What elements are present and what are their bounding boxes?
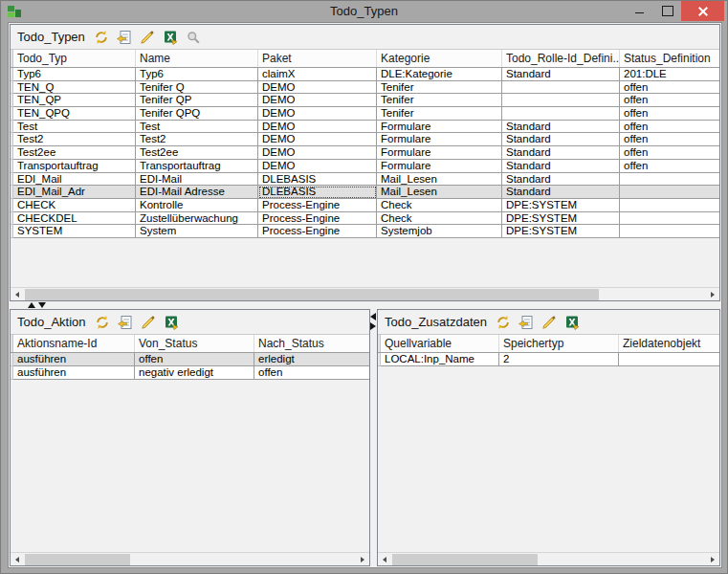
edit-pen-icon[interactable] (140, 314, 158, 330)
grid-cell[interactable]: TEN_QPQ (13, 107, 136, 121)
grid-cell[interactable]: EDI_Mail_Adr (13, 186, 136, 199)
grid-cell[interactable]: LOCAL:Inp_Name (381, 353, 499, 366)
grid-cell[interactable]: erledigt (254, 353, 369, 366)
grid-cell[interactable] (502, 94, 620, 107)
table-row[interactable]: Typ6Typ6claimXDLE:KategorieStandard201:D… (11, 68, 719, 81)
grid-cell[interactable]: DPE:SYSTEM (502, 199, 620, 212)
grid-cell[interactable]: DLEBASIS (258, 173, 377, 187)
grid-cell[interactable]: DPE:SYSTEM (502, 212, 620, 226)
table-row[interactable]: Test2Test2DEMOFormulareStandardoffen (11, 133, 719, 146)
table-row[interactable]: EDI_Mail_AdrEDI-Mail AdresseDLEBASISMail… (11, 186, 719, 199)
grid-cell[interactable]: offen (620, 107, 719, 121)
grid-cell[interactable]: Formulare (377, 160, 502, 173)
scrollbar-thumb[interactable] (25, 554, 130, 565)
grid-cell[interactable]: Test (136, 121, 258, 134)
grid-cell[interactable]: offen (620, 121, 719, 134)
splitter-collapse-down-icon[interactable] (38, 302, 46, 308)
grid-cell[interactable]: DPE:SYSTEM (502, 225, 620, 238)
grid-cell[interactable]: Formulare (377, 121, 502, 134)
grid-cell[interactable]: Test2ee (136, 146, 258, 160)
grid-cell[interactable]: EDI-Mail (136, 173, 258, 187)
grid-cell[interactable]: DLEBASIS (258, 186, 377, 199)
edit-pen-icon[interactable] (139, 29, 157, 45)
grid-cell[interactable]: Zustellüberwachung (136, 212, 258, 226)
splitter-collapse-left-icon[interactable] (370, 313, 376, 320)
grid-cell[interactable]: Test2 (13, 133, 136, 146)
maximize-button[interactable] (653, 1, 681, 21)
grid-cell[interactable]: TEN_QP (13, 94, 136, 107)
grid-cell[interactable]: Standard (502, 121, 620, 134)
grid-cell[interactable]: Typ6 (13, 68, 136, 81)
grid-cell[interactable]: EDI-Mail Adresse (136, 186, 258, 199)
column-header[interactable]: Todo_Typ (13, 50, 136, 67)
form-import-icon[interactable] (116, 29, 134, 45)
grid-cell[interactable]: DEMO (258, 121, 377, 134)
grid-cell[interactable] (502, 107, 620, 121)
grid-cell[interactable]: Tenifer QPQ (136, 107, 258, 121)
grid-cell[interactable]: DEMO (258, 146, 377, 160)
column-header[interactable]: Zieldatenobjekt (619, 335, 719, 352)
grid-cell[interactable]: offen (620, 160, 719, 173)
table-row[interactable]: TEN_QTenifer QDEMOTeniferoffen (11, 81, 719, 95)
grid-cell[interactable] (619, 353, 719, 366)
grid-cell[interactable]: EDI_Mail (13, 173, 136, 187)
grid-cell[interactable] (620, 173, 719, 187)
column-header[interactable]: Aktionsname-Id (13, 335, 135, 352)
grid-cell[interactable]: DEMO (258, 133, 377, 146)
scroll-left-arrow-icon[interactable] (11, 553, 24, 565)
column-header[interactable]: Paket (258, 50, 377, 67)
grid-cell[interactable]: offen (620, 133, 719, 146)
vertical-splitter[interactable] (370, 309, 377, 566)
grid-cell[interactable]: Mail_Lesen (377, 173, 502, 187)
grid-cell[interactable]: DEMO (258, 94, 377, 107)
scrollbar-thumb[interactable] (25, 289, 599, 300)
grid-cell[interactable]: offen (620, 94, 719, 107)
scroll-right-arrow-icon[interactable] (706, 553, 719, 565)
grid-cell[interactable]: CHECK (13, 199, 136, 212)
grid-cell[interactable]: offen (254, 366, 369, 380)
grid-cell[interactable]: CHECKDEL (13, 212, 136, 226)
table-row[interactable]: Test2eeTest2eeDEMOFormulareStandardoffen (11, 146, 719, 160)
grid-cell[interactable]: DEMO (258, 160, 377, 173)
grid-cell[interactable]: Systemjob (377, 225, 502, 238)
column-header[interactable]: Von_Status (135, 335, 254, 352)
grid-cell[interactable]: offen (620, 81, 719, 95)
grid-cell[interactable]: Process-Engine (258, 199, 377, 212)
grid-cell[interactable] (620, 225, 719, 238)
splitter-collapse-up-icon[interactable] (28, 302, 35, 308)
excel-export-icon[interactable] (162, 29, 180, 45)
grid-cell[interactable]: Standard (502, 146, 620, 160)
grid-cell[interactable]: claimX (258, 68, 377, 81)
refresh-icon[interactable] (495, 314, 513, 330)
table-row[interactable]: CHECKDELZustellüberwachungProcess-Engine… (11, 212, 719, 226)
grid-cell[interactable]: TEN_Q (13, 81, 136, 95)
table-row[interactable]: ausführennegativ erledigtoffen (11, 366, 369, 380)
grid-cell[interactable]: Test2ee (13, 146, 136, 160)
scroll-left-arrow-icon[interactable] (11, 288, 24, 300)
table-row[interactable]: SYSTEMSystemProcess-EngineSystemjobDPE:S… (11, 225, 719, 238)
table-row[interactable]: TEN_QPTenifer QPDEMOTeniferoffen (11, 94, 719, 107)
grid-cell[interactable]: Standard (502, 160, 620, 173)
grid-cell[interactable]: Test (13, 121, 136, 134)
grid-cell[interactable]: Tenifer (377, 81, 502, 95)
grid-cell[interactable]: DEMO (258, 107, 377, 121)
grid-cell[interactable]: DLE:Kategorie (377, 68, 502, 81)
grid-cell[interactable]: offen (135, 353, 254, 366)
refresh-icon[interactable] (93, 29, 111, 45)
grid-cell[interactable]: Transportauftrag (136, 160, 258, 173)
splitter-collapse-right-icon[interactable] (370, 322, 376, 330)
grid-cell[interactable]: Standard (502, 173, 620, 187)
grid-cell[interactable]: Check (377, 199, 502, 212)
grid-cell[interactable]: 201:DLE (620, 68, 719, 81)
horizontal-splitter[interactable] (10, 301, 720, 309)
grid-cell[interactable]: Check (377, 212, 502, 226)
table-row[interactable]: TransportauftragTransportauftragDEMOForm… (11, 160, 719, 173)
refresh-icon[interactable] (94, 314, 112, 330)
column-header[interactable]: Status_Definition (620, 50, 719, 67)
grid-cell[interactable]: System (136, 225, 258, 238)
grid-cell[interactable]: offen (620, 146, 719, 160)
column-header[interactable]: Speichertyp (499, 335, 619, 352)
table-row[interactable]: ausführenoffenerledigt (11, 353, 369, 366)
grid-cell[interactable]: Standard (502, 68, 620, 81)
grid-cell[interactable]: Formulare (377, 146, 502, 160)
